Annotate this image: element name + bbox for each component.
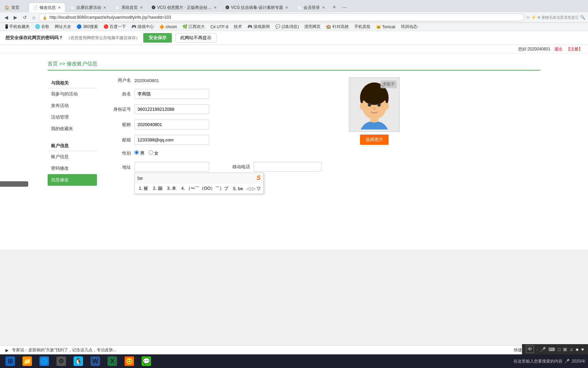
float-tool[interactable]: 工 具 模 板 机: [0, 181, 28, 187]
ime-candidate-1[interactable]: 1. 被: [137, 185, 149, 192]
bookmark-pretty[interactable]: 漂亮网页: [303, 24, 322, 30]
sidebar-item-info-modify[interactable]: 信息修改: [48, 174, 97, 186]
ime-popup: be S 1. 被 2. 蹦 3. 本 4. （〜￣（OO）￣）ブ 5. be: [134, 173, 264, 194]
ime-logo: S: [257, 174, 261, 182]
bookmark-chrome[interactable]: 🔶 chrom: [158, 24, 178, 30]
gender-label: 性别: [104, 150, 131, 156]
bookmark-gamenews[interactable]: 🎮 游戏新闻: [246, 24, 271, 30]
ime-candidates-row[interactable]: 1. 被 2. 蹦 3. 本 4. （〜￣（OO）￣）ブ 5. be ◁ ▷ ▽: [135, 183, 263, 194]
lock-icon: 🔒: [43, 15, 47, 20]
form-row-name: 姓名: [104, 89, 322, 99]
breadcrumb-text: 首页 >> 修改账户信息: [48, 61, 97, 66]
nickname-input[interactable]: [134, 120, 209, 129]
name-label: 姓名: [104, 91, 131, 97]
bookmark-tomcat[interactable]: 🐱 Tomcat: [375, 24, 397, 30]
sidebar-item-account-info[interactable]: 账户信息: [48, 151, 97, 163]
tab-modify[interactable]: 📄 修改信息 ✕: [29, 3, 65, 12]
password-nosave-button[interactable]: 此网站不再提示: [175, 33, 216, 43]
ime-nav: ◁ ▷ ▽: [247, 186, 261, 191]
form-row-username: 用户名 2020040801: [104, 77, 322, 83]
ime-candidate-3[interactable]: 3. 本: [166, 185, 178, 192]
address-input[interactable]: [134, 162, 209, 172]
select-picture-button[interactable]: 选择图片: [360, 135, 389, 145]
bookmark-360[interactable]: 🔵 360搜索: [75, 24, 99, 30]
id-label: 身份证号: [104, 106, 131, 112]
logout-link[interactable]: 退出: [554, 47, 562, 51]
sidebar-item-my-favorites[interactable]: 我的收藏夹: [48, 123, 97, 135]
ime-prev-btn[interactable]: ◁: [247, 186, 250, 191]
avatar-image: 求面子: [349, 77, 400, 132]
bookmark-msg[interactable]: 💬 (2条消息): [274, 24, 300, 30]
username-label: 用户名: [104, 77, 131, 83]
bookmark-tech[interactable]: 技术: [232, 24, 243, 30]
gender-female-option[interactable]: 女: [149, 150, 159, 156]
ime-candidate-5[interactable]: 5. be: [232, 185, 244, 192]
tab-close-creative[interactable]: ✕: [214, 5, 217, 10]
action-star[interactable]: ☆: [526, 15, 530, 20]
new-tab-button[interactable]: +: [329, 4, 340, 11]
address-label: 地址: [104, 162, 131, 170]
breadcrumb-sep: >>: [59, 61, 65, 66]
breadcrumb-home[interactable]: 首页: [48, 61, 58, 66]
bookmark-school[interactable]: 🏫 针对高校: [325, 24, 350, 30]
ime-expand-btn[interactable]: ▽: [257, 186, 261, 191]
action-lightning[interactable]: ⚡: [531, 15, 536, 20]
search-hint: 宠物毛发克星竟然是它: [541, 15, 579, 20]
bookmark-baidu[interactable]: 🔴 百度一下: [102, 24, 127, 30]
tab-close-modify[interactable]: ✕: [58, 5, 61, 10]
back-button[interactable]: ◀: [3, 14, 10, 21]
ime-next-btn[interactable]: ▷: [252, 186, 256, 191]
name-input[interactable]: [134, 89, 209, 99]
sidebar-item-publish-activity[interactable]: 发布活动: [48, 100, 97, 111]
email-input[interactable]: [134, 135, 209, 145]
sidebar-item-activity-manage[interactable]: 活动管理: [48, 111, 97, 123]
password-save-button[interactable]: 安全保存: [143, 33, 172, 43]
bookmark-nav[interactable]: 网址大全: [53, 24, 72, 30]
svg-point-7: [373, 108, 376, 110]
sidebar: 与我相关 我参与的活动 发布活动 活动管理 我的收藏夹 账户信息 账户信息 密码…: [48, 77, 97, 186]
bookmark-utf8[interactable]: C# UTF-8: [209, 24, 230, 30]
bookmark-training[interactable]: 培训动态-: [399, 24, 420, 30]
form-row-address: 地址 be S 1. 被 2. 蹦: [104, 162, 322, 172]
bookmark-games[interactable]: 🎮 游戏中心: [130, 24, 155, 30]
tab-home[interactable]: 🏠 首页: [1, 3, 28, 12]
sidebar-item-password-modify[interactable]: 密码修改: [48, 163, 97, 174]
tab-competition[interactable]: 📄 比赛比赛活动 ✕: [66, 3, 110, 12]
tab-modify-label: 修改信息: [39, 5, 56, 11]
home-button[interactable]: ⌂: [31, 14, 37, 21]
id-input[interactable]: [134, 104, 209, 114]
minimize-button[interactable]: —: [340, 5, 349, 10]
gender-male-option[interactable]: 男: [134, 150, 145, 156]
search-icon[interactable]: 🔍: [580, 15, 585, 20]
refresh-button[interactable]: ↺: [21, 14, 29, 21]
browser-chrome: 🏠 首页 📄 修改信息 ✕ 📄 比赛比赛活动 ✕ 📄 系统首页 ✕ 🅥 VCG …: [0, 0, 588, 31]
ime-candidate-4[interactable]: 4. （〜￣（OO）￣）ブ: [180, 185, 230, 192]
sidebar-item-my-activities[interactable]: 我参与的活动: [48, 88, 97, 100]
bookmark-mobile[interactable]: 📱手机收藏夹: [3, 24, 31, 30]
tab-close-antivirus[interactable]: ✕: [285, 5, 288, 10]
bookmark-google[interactable]: 🌐 谷歌: [34, 24, 51, 30]
creative-tab-icon: 🅥: [152, 5, 156, 10]
tab-close-sys[interactable]: ✕: [140, 5, 143, 10]
ime-candidate-2[interactable]: 2. 蹦: [151, 185, 163, 192]
gender-male-radio[interactable]: [134, 150, 139, 155]
tab-login[interactable]: 📄 会员登录 ✕: [293, 3, 329, 12]
nickname-label: 昵称: [104, 122, 131, 128]
content-area: 与我相关 我参与的活动 发布活动 活动管理 我的收藏夹 账户信息 账户信息 密码…: [48, 77, 540, 186]
bookmark-jxau[interactable]: 🌿 江西农大: [181, 24, 206, 30]
mobile-input[interactable]: [254, 162, 322, 172]
tab-close-login[interactable]: ✕: [322, 5, 325, 10]
tab-creative[interactable]: 🅥 VCG 创意图片 · 正版商业创意图... ✕: [148, 3, 221, 12]
svg-point-5: [368, 103, 371, 107]
tab-antivirus[interactable]: 🅥 VCG 抗击病毒-设计素材专题 ✕: [222, 3, 292, 12]
form-and-avatar: 用户名 2020040801 姓名 身份证号 昵: [104, 77, 534, 177]
tab-close-comp[interactable]: ✕: [103, 5, 106, 10]
forward-button[interactable]: ▶: [12, 14, 19, 21]
action-more[interactable]: ≡: [538, 15, 540, 20]
password-hint: （若您使用网吧等公共电脑不建议保存）: [66, 35, 140, 41]
gender-female-radio[interactable]: [149, 150, 153, 155]
bookmark-phone-sell[interactable]: 手机卖批: [353, 24, 372, 30]
register-link[interactable]: 【注册】: [566, 47, 583, 51]
tab-syshome[interactable]: 📄 系统首页 ✕: [111, 3, 147, 12]
address-bar[interactable]: 🔒 http://localhost:8080/campact/e/huiyua…: [39, 14, 524, 21]
